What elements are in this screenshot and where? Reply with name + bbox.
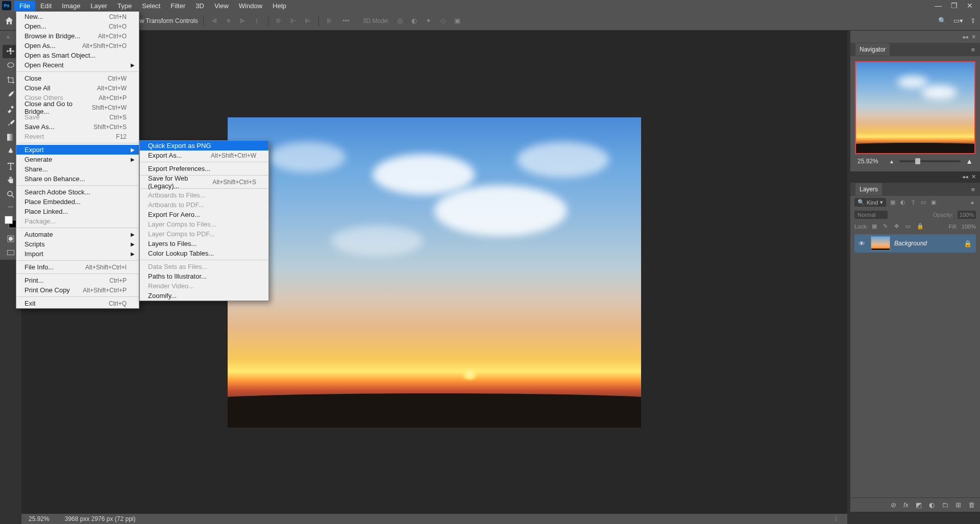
- file-menu-item-export[interactable]: Export▶: [16, 145, 139, 155]
- file-menu-item-close-and-go-to-bridge[interactable]: Close and Go to Bridge...Shift+Ctrl+W: [16, 103, 139, 112]
- filter-pixel-icon[interactable]: ▦: [889, 199, 896, 206]
- collapse-left-icon[interactable]: ◂◂: [962, 34, 968, 40]
- collapsed-tab-strip[interactable]: «: [0, 31, 16, 43]
- panel-menu-icon[interactable]: ≡: [971, 186, 975, 193]
- more-options-icon[interactable]: •••: [340, 15, 352, 27]
- zoom-out-icon[interactable]: ▲: [889, 159, 894, 164]
- navigator-thumbnail[interactable]: [855, 61, 975, 154]
- menu-type[interactable]: Type: [112, 1, 137, 11]
- distribute-1-icon[interactable]: ⊪: [274, 15, 285, 27]
- file-menu-item-share[interactable]: Share...: [16, 164, 139, 174]
- layer-mask-icon[interactable]: ◩: [916, 501, 922, 509]
- panel-close-icon[interactable]: ✕: [971, 173, 976, 183]
- panel-close-icon[interactable]: ✕: [971, 34, 976, 40]
- export-menu-item-color-lookup-tables[interactable]: Color Lookup Tables...: [140, 248, 268, 258]
- layer-fx-icon[interactable]: fx: [903, 501, 909, 509]
- file-menu-item-close-all[interactable]: Close AllAlt+Ctrl+W: [16, 83, 139, 93]
- lock-all-icon[interactable]: 🔒: [917, 223, 924, 230]
- export-menu-item-quick-export-as-png[interactable]: Quick Export as PNG: [140, 141, 268, 151]
- export-menu-item-export-preferences[interactable]: Export Preferences...: [140, 164, 268, 173]
- status-doc-info[interactable]: 3968 pxx 2976 px (72 ppi): [65, 515, 136, 522]
- layer-row[interactable]: 👁 Background 🔒: [854, 234, 976, 253]
- menu-file[interactable]: File: [14, 1, 35, 11]
- lock-icon[interactable]: 🔒: [964, 240, 972, 247]
- search-icon[interactable]: 🔍: [938, 17, 946, 24]
- status-zoom[interactable]: 25.92%: [29, 515, 50, 522]
- group-icon[interactable]: 🗀: [942, 501, 948, 509]
- filter-toggle-icon[interactable]: ●: [969, 199, 976, 206]
- export-menu-item-layers-to-files[interactable]: Layers to Files...: [140, 239, 268, 248]
- export-menu-item-zoomify[interactable]: Zoomify...: [140, 291, 268, 301]
- file-menu-item-print-one-copy[interactable]: Print One CopyAlt+Shift+Ctrl+P: [16, 285, 139, 295]
- file-menu-item-open[interactable]: Open...Ctrl+O: [16, 21, 139, 31]
- fill-value[interactable]: 100%: [962, 223, 976, 230]
- status-chevron-icon[interactable]: 〉: [835, 515, 840, 523]
- file-menu-item-file-info[interactable]: File Info...Alt+Shift+Ctrl+I: [16, 262, 139, 272]
- menu-window[interactable]: Window: [234, 1, 267, 11]
- filter-adjust-icon[interactable]: ◐: [899, 199, 906, 206]
- menu-select[interactable]: Select: [137, 1, 165, 11]
- color-swatch-icon[interactable]: [5, 216, 17, 228]
- lock-transparent-icon[interactable]: ▦: [872, 223, 879, 230]
- blend-mode-dropdown[interactable]: Normal: [854, 211, 888, 219]
- file-menu-item-scripts[interactable]: Scripts▶: [16, 239, 139, 249]
- align-center-h-icon[interactable]: ≡: [223, 15, 234, 27]
- home-icon[interactable]: [4, 16, 14, 26]
- filter-kind-dropdown[interactable]: 🔍 Kind ▾: [854, 198, 886, 207]
- navigator-zoom-slider[interactable]: [899, 160, 961, 162]
- opacity-value[interactable]: 100%: [958, 211, 976, 219]
- menu-filter[interactable]: Filter: [165, 1, 190, 11]
- file-menu-item-browse-in-bridge[interactable]: Browse in Bridge...Alt+Ctrl+O: [16, 31, 139, 41]
- menu-view[interactable]: View: [209, 1, 234, 11]
- link-layers-icon[interactable]: ⊘: [891, 501, 896, 509]
- lock-artboard-icon[interactable]: ▭: [905, 223, 913, 230]
- menu-help[interactable]: Help: [267, 1, 291, 11]
- menu-edit[interactable]: Edit: [35, 1, 57, 11]
- file-menu-item-close[interactable]: CloseCtrl+W: [16, 73, 139, 83]
- file-menu-item-import[interactable]: Import▶: [16, 249, 139, 259]
- layers-tab[interactable]: Layers: [855, 183, 882, 195]
- navigator-zoom-value[interactable]: 25.92%: [857, 158, 884, 165]
- file-menu-item-search-adobe-stock[interactable]: Search Adobe Stock...: [16, 187, 139, 197]
- new-layer-icon[interactable]: ⊞: [955, 501, 961, 509]
- minimize-button[interactable]: —: [935, 2, 942, 10]
- align-more-icon[interactable]: ⊪: [324, 15, 335, 27]
- menu-3d[interactable]: 3D: [190, 1, 209, 11]
- workspace-icon[interactable]: ▭▾: [953, 17, 963, 24]
- file-menu-item-print[interactable]: Print...Ctrl+P: [16, 276, 139, 285]
- file-menu-item-new[interactable]: New...Ctrl+N: [16, 12, 139, 21]
- file-menu-item-generate[interactable]: Generate▶: [16, 155, 139, 164]
- file-menu-item-share-on-behance[interactable]: Share on Behance...: [16, 174, 139, 184]
- menu-image[interactable]: Image: [57, 1, 85, 11]
- export-menu-item-save-for-web-legacy[interactable]: Save for Web (Legacy)...Alt+Shift+Ctrl+S: [140, 177, 268, 187]
- share-icon[interactable]: ⇪: [970, 17, 976, 24]
- file-menu-item-open-as-smart-object[interactable]: Open as Smart Object...: [16, 51, 139, 60]
- lock-image-icon[interactable]: ✎: [883, 223, 890, 230]
- panel-menu-icon[interactable]: ≡: [971, 46, 975, 54]
- file-menu-item-save-as[interactable]: Save As...Shift+Ctrl+S: [16, 122, 139, 132]
- maximize-button[interactable]: ❐: [951, 2, 958, 10]
- filter-type-icon[interactable]: T: [910, 199, 917, 206]
- zoom-in-icon[interactable]: ▲: [966, 157, 973, 165]
- layer-thumbnail[interactable]: [871, 236, 890, 251]
- distribute-2-icon[interactable]: ⊩: [288, 15, 299, 27]
- menu-layer[interactable]: Layer: [86, 1, 113, 11]
- export-menu-item-paths-to-illustrator[interactable]: Paths to Illustrator...: [140, 271, 268, 281]
- document-canvas[interactable]: [228, 117, 641, 428]
- file-menu-item-open-as[interactable]: Open As...Alt+Shift+Ctrl+O: [16, 41, 139, 51]
- distribute-3-icon[interactable]: ⊫: [302, 15, 313, 27]
- file-menu-item-automate[interactable]: Automate▶: [16, 230, 139, 239]
- align-left-icon[interactable]: ⫷: [209, 15, 220, 27]
- layer-name[interactable]: Background: [894, 240, 960, 247]
- file-menu-item-open-recent[interactable]: Open Recent▶: [16, 60, 139, 70]
- filter-smart-icon[interactable]: ▣: [930, 199, 937, 206]
- file-menu-item-place-linked[interactable]: Place Linked...: [16, 207, 139, 216]
- align-top-icon[interactable]: ⫶: [252, 15, 263, 27]
- delete-layer-icon[interactable]: 🗑: [968, 501, 975, 509]
- export-menu-item-export-for-aero[interactable]: Export For Aero...: [140, 210, 268, 219]
- collapse-left-icon[interactable]: ◂◂: [962, 173, 968, 183]
- navigator-tab[interactable]: Navigator: [855, 43, 890, 56]
- filter-shape-icon[interactable]: ▭: [920, 199, 927, 206]
- lock-position-icon[interactable]: ✥: [894, 223, 901, 230]
- close-button[interactable]: ✕: [967, 2, 973, 10]
